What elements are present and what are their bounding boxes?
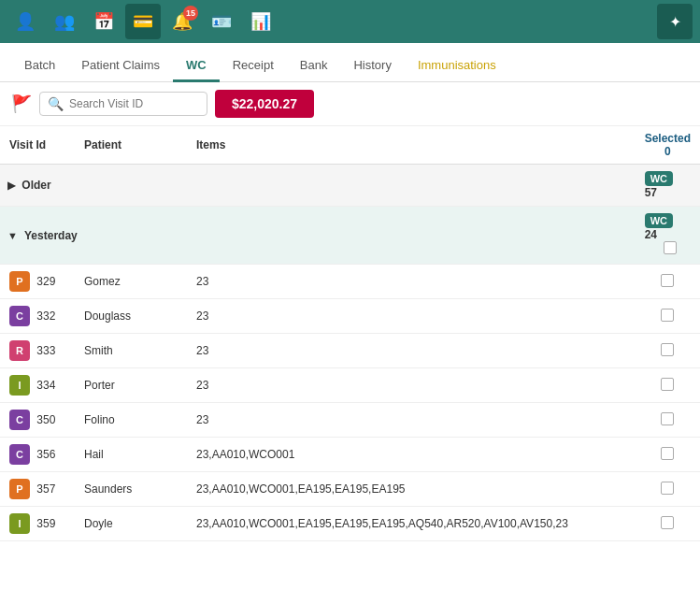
cell-items: 23 — [187, 334, 636, 368]
cell-checkbox[interactable] — [636, 299, 700, 334]
avatar: C — [9, 306, 30, 326]
table-row[interactable]: R 333 Smith 23 — [0, 334, 700, 368]
cell-patient: Folino — [75, 403, 187, 438]
calendar-icon[interactable]: 📅 — [86, 4, 121, 39]
flag-button[interactable]: 🚩 — [11, 94, 32, 114]
tab-immunisations[interactable]: Immunisations — [405, 50, 509, 82]
group-label-older: Older — [21, 179, 50, 192]
col-header-patient: Patient — [75, 126, 187, 165]
cell-items: 23 — [187, 299, 636, 334]
table-row[interactable]: I 334 Porter 23 — [0, 368, 700, 403]
avatar: I — [9, 375, 30, 396]
tab-receipt[interactable]: Receipt — [220, 50, 287, 82]
avatar: C — [9, 410, 30, 430]
tab-bank[interactable]: Bank — [287, 50, 341, 82]
cell-patient: Douglass — [75, 299, 187, 334]
group-row-yesterday[interactable]: ▼ Yesterday WC 24 — [0, 207, 700, 265]
chevron-down-icon: ▼ — [7, 230, 18, 241]
cell-patient: Smith — [75, 334, 187, 368]
cell-checkbox[interactable] — [636, 507, 700, 541]
cell-items: 23 — [187, 265, 636, 299]
tab-wc[interactable]: WC — [173, 50, 220, 82]
cell-items: 23 — [187, 403, 636, 438]
settings-icon[interactable]: ✦ — [657, 4, 693, 39]
cell-checkbox[interactable] — [636, 265, 700, 299]
search-input[interactable] — [69, 97, 199, 110]
cell-items: 23,AA010,WCO001,EA195,EA195,EA195,AQ540,… — [187, 507, 636, 541]
tab-history[interactable]: History — [340, 50, 404, 82]
cell-checkbox[interactable] — [636, 438, 700, 472]
tab-bar: Batch Patient Claims WC Receipt Bank His… — [0, 43, 700, 82]
row-checkbox[interactable] — [661, 516, 674, 529]
tab-patient-claims[interactable]: Patient Claims — [68, 50, 173, 82]
table-row[interactable]: P 357 Saunders 23,AA010,WCO001,EA195,EA1… — [0, 472, 700, 507]
row-checkbox[interactable] — [661, 274, 674, 287]
top-nav: 👤 👥 📅 💳 🔔 15 🪪 📊 ✦ — [0, 0, 700, 43]
cell-visit-id: C 356 — [0, 438, 75, 472]
row-checkbox[interactable] — [661, 378, 674, 391]
cell-patient: Gomez — [75, 265, 187, 299]
row-checkbox[interactable] — [661, 482, 674, 495]
table-row[interactable]: C 356 Hail 23,AA010,WCO001 — [0, 438, 700, 472]
search-icon: 🔍 — [48, 96, 64, 111]
search-wrap: 🔍 — [39, 92, 207, 116]
cell-items: 23 — [187, 368, 636, 403]
cell-visit-id: C 350 — [0, 403, 75, 438]
row-checkbox[interactable] — [661, 343, 674, 356]
table-row[interactable]: C 350 Folino 23 — [0, 403, 700, 438]
person-icon[interactable]: 👤 — [7, 4, 43, 39]
cell-patient: Hail — [75, 438, 187, 472]
cell-items: 23,AA010,WCO001 — [187, 438, 636, 472]
toolbar: 🚩 🔍 $22,020.27 — [0, 82, 700, 126]
table-row[interactable]: P 329 Gomez 23 — [0, 265, 700, 299]
group-label-yesterday: Yesterday — [24, 229, 78, 242]
table-wrap: Visit Id Patient Items Selected 0 ▶ Olde… — [0, 126, 700, 589]
amount-badge[interactable]: $22,020.27 — [215, 90, 314, 118]
row-checkbox[interactable] — [661, 412, 674, 425]
yesterday-count: 24 — [645, 228, 657, 241]
avatar: R — [9, 340, 30, 361]
cell-items: 23,AA010,WCO001,EA195,EA195,EA195 — [187, 472, 636, 507]
cell-checkbox[interactable] — [636, 403, 700, 438]
cell-checkbox[interactable] — [636, 368, 700, 403]
avatar: I — [9, 513, 30, 534]
col-header-items: Items — [187, 126, 636, 165]
cell-patient: Doyle — [75, 507, 187, 541]
avatar: P — [9, 271, 30, 292]
cell-visit-id: I 359 — [0, 507, 75, 541]
people-icon[interactable]: 👥 — [47, 4, 82, 39]
col-header-visit-id: Visit Id — [0, 126, 75, 165]
cell-patient: Saunders — [75, 472, 187, 507]
cell-visit-id: C 332 — [0, 299, 75, 334]
billing-icon[interactable]: 💳 — [125, 4, 161, 39]
yesterday-group-checkbox[interactable] — [664, 241, 677, 254]
notification-icon[interactable]: 🔔 15 — [164, 4, 200, 39]
row-checkbox[interactable] — [661, 309, 674, 322]
col-header-selected: Selected 0 — [636, 126, 700, 165]
cell-patient: Porter — [75, 368, 187, 403]
id-card-icon[interactable]: 🪪 — [204, 4, 239, 39]
cell-visit-id: P 357 — [0, 472, 75, 507]
group-row-older[interactable]: ▶ Older WC 57 — [0, 165, 700, 207]
cell-visit-id: I 334 — [0, 368, 75, 403]
older-count: 57 — [645, 186, 657, 199]
older-wc-badge: WC — [645, 171, 673, 186]
cell-visit-id: P 329 — [0, 265, 75, 299]
cell-visit-id: R 333 — [0, 334, 75, 368]
table-row[interactable]: I 359 Doyle 23,AA010,WCO001,EA195,EA195,… — [0, 507, 700, 541]
notification-badge: 15 — [183, 6, 198, 21]
row-checkbox[interactable] — [661, 447, 674, 460]
cell-checkbox[interactable] — [636, 472, 700, 507]
chart-icon[interactable]: 📊 — [243, 4, 279, 39]
avatar: C — [9, 444, 30, 465]
chevron-right-icon: ▶ — [7, 180, 15, 191]
avatar: P — [9, 479, 30, 499]
table-row[interactable]: C 332 Douglass 23 — [0, 299, 700, 334]
cell-checkbox[interactable] — [636, 334, 700, 368]
yesterday-wc-badge: WC — [645, 213, 673, 228]
tab-batch[interactable]: Batch — [11, 50, 68, 82]
main-table: Visit Id Patient Items Selected 0 ▶ Olde… — [0, 126, 700, 541]
